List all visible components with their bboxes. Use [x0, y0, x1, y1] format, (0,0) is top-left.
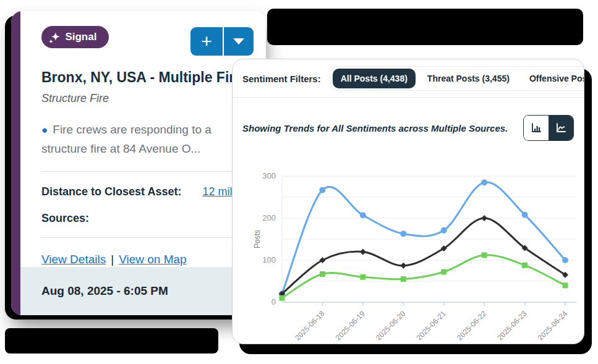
sentiment-line-chart: 0100200300Posts2025-06-182025-06-192025-…: [233, 146, 584, 344]
distance-label: Distance to Closest Asset:: [41, 185, 181, 198]
bullet-dot: ●: [41, 124, 48, 136]
line-chart-icon: [555, 122, 567, 134]
view-details-link[interactable]: View Details: [41, 253, 106, 266]
svg-text:200: 200: [262, 213, 276, 222]
svg-text:2025-06-20: 2025-06-20: [374, 309, 408, 342]
alert-timestamp: Aug 08, 2025 - 6:05 PM: [20, 267, 266, 315]
svg-text:2025-06-19: 2025-06-19: [334, 309, 367, 342]
card-accent-stripe: [11, 11, 20, 315]
tab-offensive-posts[interactable]: Offensive Posts (1,084): [521, 69, 584, 88]
signal-card: ✦✦ Signal + Bronx, NY, USA - Multiple Fi…: [11, 11, 266, 315]
plus-icon: +: [201, 31, 212, 52]
add-dropdown-button[interactable]: [224, 27, 254, 56]
svg-text:Posts: Posts: [253, 230, 262, 248]
sentiment-filters-label: Sentiment Filters:: [242, 74, 321, 84]
page-canvas: ✦✦ Signal + Bronx, NY, USA - Multiple Fi…: [0, 0, 598, 364]
sparkle-icon: ✦✦: [51, 32, 59, 42]
chart-view-toggle: [523, 115, 574, 141]
svg-text:2025-06-21: 2025-06-21: [415, 309, 448, 342]
add-button[interactable]: +: [190, 27, 224, 56]
bar-chart-toggle-button[interactable]: [524, 116, 549, 140]
sentiment-tab-group: All Posts (4,438) Threat Posts (3,455) O…: [330, 66, 584, 91]
svg-text:2025-06-23: 2025-06-23: [495, 309, 529, 342]
svg-text:0: 0: [271, 297, 276, 307]
tab-threat-posts[interactable]: Threat Posts (3,455): [419, 69, 518, 88]
shadow-bar-bottom: [5, 328, 218, 353]
view-on-map-link[interactable]: View on Map: [119, 253, 187, 266]
chart-heading: Showing Trends for All Sentiments across…: [242, 123, 508, 133]
sources-label: Sources:: [41, 212, 89, 225]
svg-text:2025-06-18: 2025-06-18: [293, 309, 327, 342]
svg-text:300: 300: [262, 171, 276, 180]
line-chart-toggle-button[interactable]: [549, 116, 573, 140]
signal-badge-label: Signal: [65, 31, 96, 43]
signal-badge: ✦✦ Signal: [41, 26, 109, 48]
add-split-button: +: [190, 27, 254, 56]
svg-text:100: 100: [262, 255, 276, 265]
shadow-bar-top: [267, 9, 583, 45]
sentiment-panel: Sentiment Filters: All Posts (4,438) Thr…: [232, 59, 584, 344]
bar-chart-icon: [530, 122, 542, 134]
chevron-down-icon: [233, 38, 244, 44]
links-separator: |: [111, 253, 114, 266]
tab-all-posts[interactable]: All Posts (4,438): [333, 69, 416, 88]
svg-text:2025-06-24: 2025-06-24: [536, 309, 570, 342]
alert-summary: ●Fire crews are responding to a structur…: [41, 120, 254, 159]
svg-text:2025-06-22: 2025-06-22: [455, 309, 489, 342]
